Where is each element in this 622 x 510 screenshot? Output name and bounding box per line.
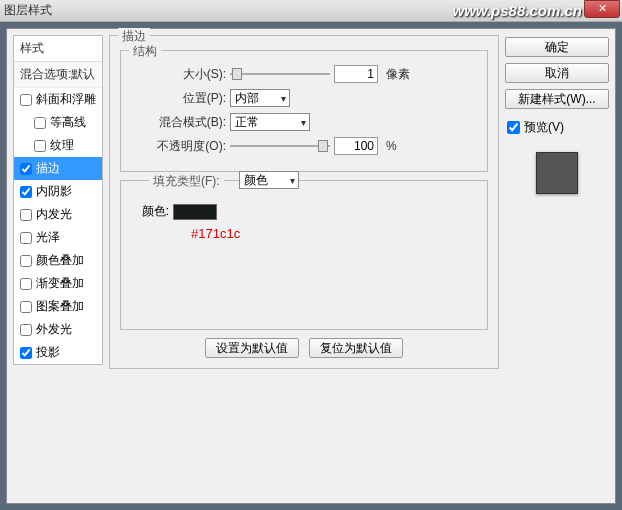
default-buttons-row: 设置为默认值 复位为默认值: [120, 338, 488, 358]
blendmode-select[interactable]: 正常: [230, 113, 310, 131]
opacity-label: 不透明度(O):: [131, 138, 226, 155]
style-checkbox[interactable]: [20, 186, 32, 198]
style-item-2[interactable]: 纹理: [14, 134, 102, 157]
close-button[interactable]: ✕: [584, 0, 620, 18]
style-item-6[interactable]: 光泽: [14, 226, 102, 249]
style-item-1[interactable]: 等高线: [14, 111, 102, 134]
style-item-label: 描边: [36, 160, 60, 177]
opacity-row: 不透明度(O): %: [131, 137, 477, 155]
titlebar: 图层样式 www.ps88.com.cn ✕: [0, 0, 622, 22]
position-select[interactable]: 内部: [230, 89, 290, 107]
dialog-body: 样式 混合选项:默认 斜面和浮雕等高线纹理描边内阴影内发光光泽颜色叠加渐变叠加图…: [6, 28, 616, 504]
style-checkbox[interactable]: [20, 278, 32, 290]
opacity-unit: %: [386, 139, 397, 153]
style-item-label: 斜面和浮雕: [36, 91, 96, 108]
styles-list: 样式 混合选项:默认 斜面和浮雕等高线纹理描边内阴影内发光光泽颜色叠加渐变叠加图…: [13, 35, 103, 365]
style-item-9[interactable]: 图案叠加: [14, 295, 102, 318]
style-checkbox[interactable]: [20, 255, 32, 267]
blendmode-label: 混合模式(B):: [131, 114, 226, 131]
structure-title: 结构: [129, 43, 161, 60]
style-checkbox[interactable]: [20, 163, 32, 175]
style-item-8[interactable]: 渐变叠加: [14, 272, 102, 295]
style-item-label: 图案叠加: [36, 298, 84, 315]
style-checkbox[interactable]: [20, 347, 32, 359]
style-item-4[interactable]: 内阴影: [14, 180, 102, 203]
size-label: 大小(S):: [131, 66, 226, 83]
size-input[interactable]: [334, 65, 378, 83]
settings-column: 描边 结构 大小(S): 像素 位置(P): 内部 混合模式(B):: [109, 35, 499, 497]
style-item-0[interactable]: 斜面和浮雕: [14, 88, 102, 111]
blending-options-row[interactable]: 混合选项:默认: [14, 62, 102, 88]
position-label: 位置(P):: [131, 90, 226, 107]
color-swatch[interactable]: [173, 204, 217, 220]
style-item-label: 内阴影: [36, 183, 72, 200]
preview-checkbox[interactable]: [507, 121, 520, 134]
opacity-input[interactable]: [334, 137, 378, 155]
style-item-label: 纹理: [50, 137, 74, 154]
set-default-button[interactable]: 设置为默认值: [205, 338, 299, 358]
style-checkbox[interactable]: [20, 232, 32, 244]
style-item-label: 内发光: [36, 206, 72, 223]
opacity-slider[interactable]: [230, 138, 330, 154]
window-title: 图层样式: [4, 2, 52, 19]
blendmode-row: 混合模式(B): 正常: [131, 113, 477, 131]
style-checkbox[interactable]: [34, 117, 46, 129]
color-label: 颜色:: [131, 203, 169, 220]
preview-checkbox-row[interactable]: 预览(V): [507, 119, 607, 136]
position-row: 位置(P): 内部: [131, 89, 477, 107]
style-checkbox[interactable]: [20, 301, 32, 313]
style-item-label: 光泽: [36, 229, 60, 246]
color-row: 颜色:: [131, 203, 477, 220]
filltype-label: 填充类型(F):: [149, 173, 224, 190]
preview-thumbnail: [536, 152, 578, 194]
style-item-label: 渐变叠加: [36, 275, 84, 292]
style-item-label: 外发光: [36, 321, 72, 338]
size-unit: 像素: [386, 66, 410, 83]
color-annotation: #171c1c: [191, 226, 477, 241]
styles-column: 样式 混合选项:默认 斜面和浮雕等高线纹理描边内阴影内发光光泽颜色叠加渐变叠加图…: [13, 35, 103, 497]
style-item-label: 颜色叠加: [36, 252, 84, 269]
stroke-panel: 描边 结构 大小(S): 像素 位置(P): 内部 混合模式(B):: [109, 35, 499, 369]
style-checkbox[interactable]: [20, 324, 32, 336]
style-item-10[interactable]: 外发光: [14, 318, 102, 341]
reset-default-button[interactable]: 复位为默认值: [309, 338, 403, 358]
style-item-5[interactable]: 内发光: [14, 203, 102, 226]
style-checkbox[interactable]: [20, 94, 32, 106]
action-column: 确定 取消 新建样式(W)... 预览(V): [505, 35, 609, 497]
style-checkbox[interactable]: [34, 140, 46, 152]
size-slider[interactable]: [230, 66, 330, 82]
style-item-3[interactable]: 描边: [14, 157, 102, 180]
size-row: 大小(S): 像素: [131, 65, 477, 83]
preview-label: 预览(V): [524, 119, 564, 136]
style-item-11[interactable]: 投影: [14, 341, 102, 364]
style-item-7[interactable]: 颜色叠加: [14, 249, 102, 272]
styles-header: 样式: [14, 36, 102, 62]
ok-button[interactable]: 确定: [505, 37, 609, 57]
style-item-label: 投影: [36, 344, 60, 361]
style-item-label: 等高线: [50, 114, 86, 131]
cancel-button[interactable]: 取消: [505, 63, 609, 83]
structure-group: 结构 大小(S): 像素 位置(P): 内部 混合模式(B): 正常: [120, 50, 488, 172]
style-checkbox[interactable]: [20, 209, 32, 221]
new-style-button[interactable]: 新建样式(W)...: [505, 89, 609, 109]
watermark: www.ps88.com.cn: [453, 2, 583, 19]
fill-group: 填充类型(F): 颜色 颜色: #171c1c: [120, 180, 488, 330]
filltype-select[interactable]: 颜色: [239, 171, 299, 189]
